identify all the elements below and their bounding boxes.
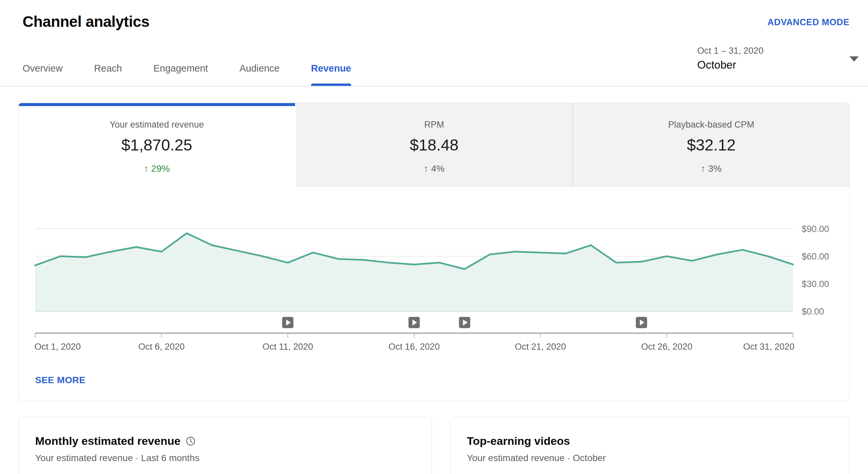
y-axis-label: $90.00 xyxy=(802,224,829,234)
up-arrow-icon: ↑ xyxy=(424,163,428,174)
x-axis-label: Oct 1, 2020 xyxy=(34,342,81,352)
metric-tab-playback-cpm[interactable]: Playback-based CPM $32.12 ↑3% xyxy=(572,103,849,187)
metric-label: Your estimated revenue xyxy=(110,120,204,130)
analytics-tabs: Overview Reach Engagement Audience Reven… xyxy=(23,63,351,86)
channel-analytics-page: Channel analytics ADVANCED MODE Overview… xyxy=(0,0,868,474)
card-title: Top-earning videos xyxy=(467,435,570,447)
video-marker-icon[interactable] xyxy=(636,317,647,328)
page-title: Channel analytics xyxy=(23,12,150,31)
metric-delta: ↑3% xyxy=(701,163,721,174)
advanced-mode-link[interactable]: ADVANCED MODE xyxy=(768,17,849,28)
dropdown-caret-icon[interactable] xyxy=(849,56,859,62)
card-subtitle: Your estimated revenue · Last 6 months xyxy=(35,453,432,464)
up-arrow-icon: ↑ xyxy=(701,163,706,174)
card-title: Monthly estimated revenue xyxy=(35,435,180,447)
up-arrow-icon: ↑ xyxy=(144,163,149,174)
x-axis-label: Oct 26, 2020 xyxy=(641,342,692,352)
tab-reach[interactable]: Reach xyxy=(94,63,122,86)
x-axis-label: Oct 31, 2020 xyxy=(743,342,795,352)
metric-delta: ↑4% xyxy=(424,163,444,174)
metric-value: $1,870.25 xyxy=(121,136,192,154)
tab-engagement[interactable]: Engagement xyxy=(154,63,208,86)
see-more-link[interactable]: SEE MORE xyxy=(35,375,86,385)
metric-tab-rpm[interactable]: RPM $18.48 ↑4% xyxy=(296,103,572,187)
x-axis-label: Oct 16, 2020 xyxy=(389,342,440,352)
video-marker-icon[interactable] xyxy=(459,317,470,328)
metric-delta-value: 3% xyxy=(708,163,721,174)
card-subtitle: Your estimated revenue · October xyxy=(467,453,849,464)
tab-overview[interactable]: Overview xyxy=(23,63,63,86)
date-range-selector[interactable]: Oct 1 – 31, 2020 October xyxy=(697,46,764,71)
revenue-chart[interactable]: Oct 1, 2020Oct 6, 2020Oct 11, 2020Oct 16… xyxy=(19,219,850,355)
metric-tab-estimated-revenue[interactable]: Your estimated revenue $1,870.25 ↑29% xyxy=(19,103,295,187)
x-axis-label: Oct 11, 2020 xyxy=(262,342,313,352)
y-axis-label: $0.00 xyxy=(802,307,824,317)
metric-delta-value: 29% xyxy=(151,163,170,174)
metric-value: $18.48 xyxy=(410,136,459,154)
monthly-estimated-revenue-card: Monthly estimated revenue Your estimated… xyxy=(18,417,432,474)
x-axis-label: Oct 6, 2020 xyxy=(138,342,185,352)
tab-audience[interactable]: Audience xyxy=(239,63,279,86)
date-range-month: October xyxy=(697,59,764,71)
y-axis-label: $60.00 xyxy=(802,252,829,261)
header-divider xyxy=(0,86,868,87)
metric-label: RPM xyxy=(424,120,444,130)
revenue-report-card: Your estimated revenue $1,870.25 ↑29% RP… xyxy=(18,103,850,401)
date-range-text: Oct 1 – 31, 2020 xyxy=(697,46,764,56)
tab-revenue[interactable]: Revenue xyxy=(311,63,351,86)
metric-delta-value: 4% xyxy=(431,163,444,174)
metric-value: $32.12 xyxy=(687,136,736,154)
video-marker-icon[interactable] xyxy=(408,317,420,328)
revenue-area xyxy=(35,233,793,311)
x-axis-label: Oct 21, 2020 xyxy=(515,342,566,352)
metric-label: Playback-based CPM xyxy=(668,120,754,130)
metric-tab-strip: Your estimated revenue $1,870.25 ↑29% RP… xyxy=(19,103,849,187)
y-axis-label: $30.00 xyxy=(802,279,829,289)
video-marker-icon[interactable] xyxy=(282,317,293,328)
top-earning-videos-card: Top-earning videos Your estimated revenu… xyxy=(450,417,850,474)
clock-icon xyxy=(186,436,196,446)
metric-delta: ↑29% xyxy=(144,163,170,174)
